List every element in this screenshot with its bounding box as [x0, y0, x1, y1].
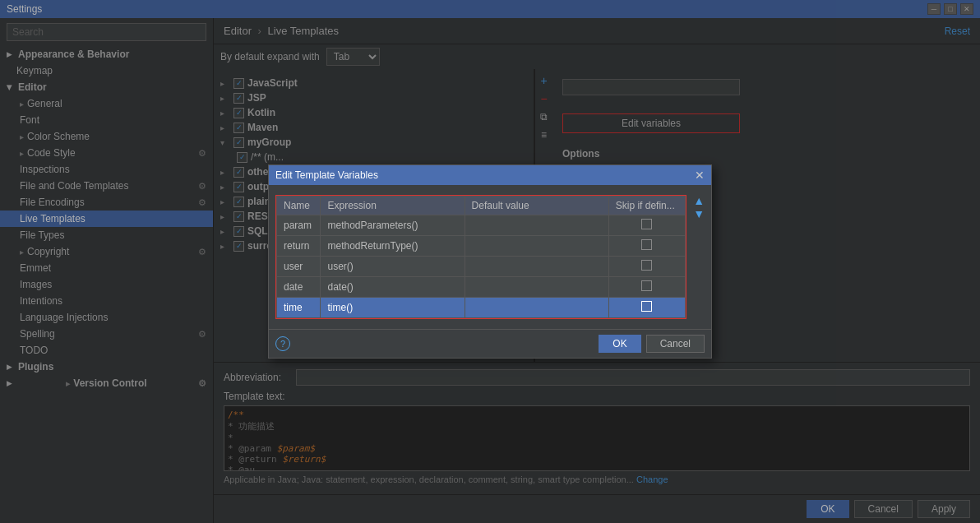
default-input[interactable] — [472, 240, 602, 252]
dialog-ok-button[interactable]: OK — [599, 335, 640, 353]
col-skip: Skip if defin... — [608, 197, 685, 215]
dialog-title: Edit Template Variables — [275, 169, 378, 181]
dialog-overlay[interactable]: Edit Template Variables ✕ Name Expressio… — [0, 0, 980, 523]
cell-skip[interactable] — [608, 257, 685, 277]
dialog-body: Name Expression Default value Skip if de… — [269, 185, 711, 329]
expression-input[interactable] — [327, 281, 457, 293]
cell-default[interactable] — [465, 236, 608, 257]
cell-skip[interactable] — [608, 236, 685, 257]
cell-default-time[interactable] — [465, 298, 608, 318]
cell-default[interactable] — [465, 257, 608, 277]
dialog-close-button[interactable]: ✕ — [695, 169, 705, 182]
variables-table-container: Name Expression Default value Skip if de… — [275, 195, 686, 319]
skip-checkbox[interactable] — [641, 239, 652, 250]
cell-expression[interactable] — [321, 277, 465, 298]
cell-skip[interactable] — [608, 215, 685, 236]
cell-skip-time[interactable] — [608, 298, 685, 318]
cell-default[interactable] — [465, 277, 608, 298]
expression-input-time[interactable] — [327, 302, 457, 313]
cell-default[interactable] — [465, 215, 608, 236]
cell-expression[interactable] — [321, 236, 465, 257]
cell-skip[interactable] — [608, 277, 685, 298]
skip-checkbox[interactable] — [641, 219, 652, 229]
col-name: Name — [277, 197, 321, 215]
cell-expression-time[interactable] — [321, 298, 465, 318]
dialog-cancel-button[interactable]: Cancel — [646, 335, 705, 353]
variables-table: Name Expression Default value Skip if de… — [276, 196, 686, 318]
skip-checkbox[interactable] — [641, 260, 652, 271]
cell-name: user — [277, 257, 321, 277]
cell-name: param — [277, 215, 321, 236]
default-input[interactable] — [472, 220, 602, 231]
move-up-button[interactable]: ▲ — [693, 195, 705, 206]
cell-name-time: time — [277, 298, 321, 318]
skip-checkbox-time[interactable] — [641, 301, 652, 312]
table-row[interactable]: date — [277, 277, 686, 298]
expression-input[interactable] — [327, 240, 457, 252]
default-input-time[interactable] — [472, 302, 602, 313]
cell-name: return — [277, 236, 321, 257]
table-row[interactable]: param — [277, 215, 686, 236]
cell-expression[interactable] — [321, 215, 465, 236]
move-down-button[interactable]: ▼ — [693, 208, 705, 220]
col-default: Default value — [465, 197, 608, 215]
default-input[interactable] — [472, 281, 602, 293]
help-button[interactable]: ? — [275, 336, 290, 351]
edit-template-variables-dialog: Edit Template Variables ✕ Name Expressio… — [268, 164, 712, 359]
expression-input[interactable] — [327, 220, 457, 231]
cell-name: date — [277, 277, 321, 298]
default-input[interactable] — [472, 261, 602, 272]
up-down-buttons: ▲ ▼ — [690, 192, 705, 220]
table-row-selected[interactable]: time — [277, 298, 686, 318]
dialog-footer-buttons: OK Cancel — [599, 335, 705, 353]
table-row[interactable]: return — [277, 236, 686, 257]
dialog-title-bar: Edit Template Variables ✕ — [269, 165, 711, 185]
col-expression: Expression — [321, 197, 465, 215]
dialog-footer: ? OK Cancel — [269, 329, 711, 358]
table-row[interactable]: user — [277, 257, 686, 277]
cell-expression[interactable] — [321, 257, 465, 277]
skip-checkbox[interactable] — [641, 280, 652, 291]
expression-input[interactable] — [327, 261, 457, 272]
dialog-content: Name Expression Default value Skip if de… — [275, 192, 705, 322]
